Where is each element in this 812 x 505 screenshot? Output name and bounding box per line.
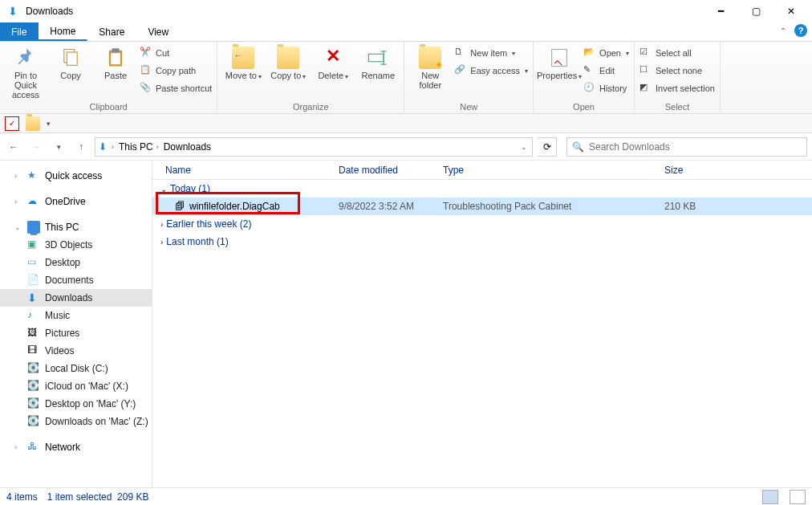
ribbon-tabs: File Home Share View ⌃ ? xyxy=(0,22,812,42)
tree-downloads-mac[interactable]: 💽Downloads on 'Mac' (Z:) xyxy=(0,413,152,430)
rename-button[interactable]: Rename xyxy=(357,43,399,80)
paste-shortcut-button[interactable]: 📎Paste shortcut xyxy=(140,80,212,96)
history-button[interactable]: 🕘History xyxy=(583,80,629,96)
forward-button[interactable]: → xyxy=(27,138,45,156)
search-box[interactable]: 🔍 xyxy=(566,137,807,157)
location-icon: ⬇ xyxy=(99,141,107,153)
tree-onedrive[interactable]: ›☁OneDrive xyxy=(0,193,152,210)
svg-rect-4 xyxy=(112,48,119,52)
easy-access-button[interactable]: 🔗Easy access▾ xyxy=(454,63,528,79)
breadcrumb-thispc[interactable]: This PC› xyxy=(119,141,160,153)
delete-button[interactable]: ✕ Delete▾ xyxy=(312,43,354,81)
copy-label: Copy xyxy=(60,71,81,80)
breadcrumb-downloads[interactable]: Downloads xyxy=(164,141,211,153)
file-row[interactable]: 🗐winfilefolder.DiagCab 9/8/2022 3:52 AM … xyxy=(152,198,812,215)
maximize-button[interactable]: ▢ xyxy=(738,0,773,22)
open-button[interactable]: 📂Open▾ xyxy=(583,45,629,61)
properties-icon xyxy=(548,47,570,69)
up-button[interactable]: ↑ xyxy=(72,138,90,156)
paste-label: Paste xyxy=(104,71,127,80)
tree-videos[interactable]: 🎞Videos xyxy=(0,342,152,360)
tab-file[interactable]: File xyxy=(0,22,39,41)
tree-desktop[interactable]: ▭Desktop xyxy=(0,254,152,271)
file-name: winfilefolder.DiagCab xyxy=(189,201,280,212)
pictures-icon: 🖼 xyxy=(27,327,40,340)
network-drive-icon: 💽 xyxy=(27,397,40,410)
tree-downloads[interactable]: ⬇Downloads xyxy=(0,289,152,307)
paste-icon xyxy=(104,47,127,69)
search-input[interactable] xyxy=(589,141,802,153)
address-bar[interactable]: ⬇ › This PC› Downloads ⌄ xyxy=(95,137,533,157)
window-title: Downloads xyxy=(26,6,703,17)
collapse-ribbon-icon[interactable]: ⌃ xyxy=(780,26,786,35)
qat-folder-icon[interactable] xyxy=(26,116,40,131)
tab-share[interactable]: Share xyxy=(87,22,136,41)
move-to-button[interactable]: ← Move to▾ xyxy=(222,43,264,81)
copy-path-button[interactable]: 📋Copy path xyxy=(140,63,212,79)
pin-icon xyxy=(14,47,37,69)
group-earlier-week[interactable]: ›Earlier this week (2) xyxy=(152,215,812,233)
pin-label: Pin to Quick access xyxy=(5,71,47,100)
group-today[interactable]: ⌄Today (1) xyxy=(152,180,812,198)
select-none-button[interactable]: ☐Select none xyxy=(639,63,715,79)
column-type[interactable]: Type xyxy=(443,165,664,176)
star-icon: ★ xyxy=(27,169,40,182)
refresh-button[interactable]: ⟳ xyxy=(538,137,557,157)
back-button[interactable]: ← xyxy=(5,138,22,156)
column-name[interactable]: Name xyxy=(152,165,339,176)
recent-locations-button[interactable]: ▾ xyxy=(50,138,67,156)
view-details-button[interactable] xyxy=(762,490,778,504)
status-item-count: 4 items xyxy=(6,491,38,503)
network-drive-icon: 💽 xyxy=(27,380,40,393)
copy-button[interactable]: Copy xyxy=(50,43,91,80)
new-item-button[interactable]: 🗋New item▾ xyxy=(454,45,528,61)
minimize-button[interactable]: ━ xyxy=(703,0,738,22)
tree-pictures[interactable]: 🖼Pictures xyxy=(0,324,152,342)
edit-button[interactable]: ✎Edit xyxy=(583,63,629,79)
history-icon: 🕘 xyxy=(583,82,596,95)
downloads-icon: ⬇ xyxy=(27,291,40,304)
paste-button[interactable]: Paste xyxy=(95,43,136,80)
cut-button[interactable]: ✂️Cut xyxy=(140,45,212,61)
help-icon[interactable]: ? xyxy=(794,24,807,37)
group-last-month[interactable]: ›Last month (1) xyxy=(152,233,812,250)
open-icon: 📂 xyxy=(583,47,596,59)
network-drive-icon: 💽 xyxy=(27,415,40,428)
tree-3d-objects[interactable]: ▣3D Objects xyxy=(0,236,152,254)
ribbon-group-open: Properties▾ 📂Open▾ ✎Edit 🕘History Open xyxy=(534,42,635,113)
new-folder-button[interactable]: ✦ New folder xyxy=(409,43,451,90)
tree-quick-access[interactable]: ›★Quick access xyxy=(0,167,152,185)
tree-network[interactable]: ›🖧Network xyxy=(0,438,152,456)
chevron-down-icon: ⌄ xyxy=(160,185,167,193)
select-all-button[interactable]: ☑Select all xyxy=(639,45,715,61)
select-none-icon: ☐ xyxy=(639,64,652,77)
qat-dropdown-icon[interactable]: ▾ xyxy=(47,120,51,128)
group-label: Select xyxy=(639,100,715,113)
cloud-icon: ☁ xyxy=(27,195,40,208)
close-button[interactable]: ✕ xyxy=(773,0,809,22)
tree-icloud[interactable]: 💽iCloud on 'Mac' (X:) xyxy=(0,377,152,395)
column-date[interactable]: Date modified xyxy=(339,165,443,176)
title-bar: ⬇ Downloads ━ ▢ ✕ xyxy=(0,0,812,22)
column-size[interactable]: Size xyxy=(664,165,729,176)
pin-quick-access-button[interactable]: Pin to Quick access xyxy=(5,43,47,100)
qat-checkbox-icon[interactable]: ✓ xyxy=(5,116,19,131)
copy-to-icon xyxy=(277,47,299,69)
search-icon: 🔍 xyxy=(572,141,584,153)
view-large-button[interactable] xyxy=(790,490,806,504)
tree-desktop-mac[interactable]: 💽Desktop on 'Mac' (Y:) xyxy=(0,395,152,413)
music-icon: ♪ xyxy=(27,309,40,322)
invert-selection-button[interactable]: ◩Invert selection xyxy=(639,80,715,96)
tree-this-pc[interactable]: ⌄This PC xyxy=(0,218,152,236)
tree-music[interactable]: ♪Music xyxy=(0,307,152,324)
address-dropdown-icon[interactable]: ⌄ xyxy=(521,143,527,151)
tree-documents[interactable]: 📄Documents xyxy=(0,271,152,289)
copy-to-button[interactable]: Copy to▾ xyxy=(267,43,309,81)
tab-view[interactable]: View xyxy=(136,22,181,41)
svg-rect-1 xyxy=(67,52,77,65)
svg-rect-6 xyxy=(552,50,567,67)
properties-button[interactable]: Properties▾ xyxy=(538,43,580,81)
ribbon-group-organize: ← Move to▾ Copy to▾ ✕ Delete▾ Rename Org… xyxy=(217,42,404,113)
tab-home[interactable]: Home xyxy=(39,22,87,41)
tree-local-disk[interactable]: 💽Local Disk (C:) xyxy=(0,360,152,377)
